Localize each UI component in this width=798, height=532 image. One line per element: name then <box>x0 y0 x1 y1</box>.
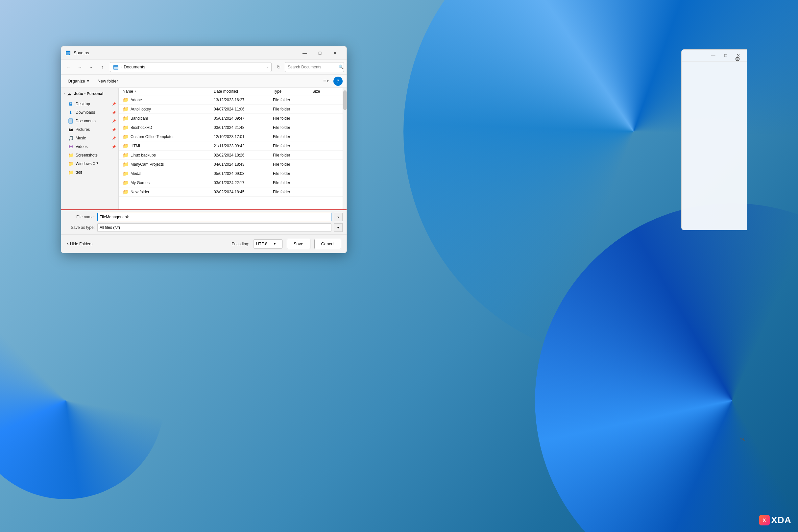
column-type[interactable]: Type <box>273 89 312 94</box>
forward-button[interactable]: → <box>75 62 85 72</box>
address-bar-icon <box>113 64 119 70</box>
sidebar-header[interactable]: › ☁ João - Personal <box>61 89 118 98</box>
folder-icon: 📁 <box>122 106 129 112</box>
sidebar-item-downloads[interactable]: ⬇ Downloads 📌 <box>61 108 118 117</box>
sidebar-pictures-label: Pictures <box>76 127 110 132</box>
navigation-toolbar: ← → ⌄ ↑ › Documents ⌄ ↻ 🔍 <box>61 59 346 75</box>
sort-arrow: ∧ <box>134 90 137 93</box>
view-dropdown-icon: ▾ <box>327 79 329 83</box>
organize-button[interactable]: Organize ▼ <box>65 77 92 85</box>
table-row[interactable]: 📁 Medal 05/01/2024 09:03 File folder <box>119 169 343 178</box>
cancel-button[interactable]: Cancel <box>314 239 341 249</box>
file-name: ManyCam Projects <box>131 162 214 167</box>
sidebar-downloads-label: Downloads <box>76 110 110 115</box>
file-date: 05/01/2024 09:03 <box>214 171 273 176</box>
new-folder-button[interactable]: New folder <box>95 77 121 85</box>
table-row[interactable]: 📁 Custom Office Templates 12/10/2023 17:… <box>119 132 343 141</box>
filename-input[interactable] <box>97 213 331 221</box>
search-icon[interactable]: 🔍 <box>338 64 344 69</box>
search-bar[interactable]: 🔍 <box>285 62 344 72</box>
table-row[interactable]: 📁 Linux backups 02/02/2024 18:26 File fo… <box>119 151 343 160</box>
sidebar-item-windows-xp[interactable]: 📁 Windows XP <box>61 159 118 168</box>
file-type: File folder <box>273 116 312 121</box>
search-input[interactable] <box>288 65 337 69</box>
table-row[interactable]: 📁 HTML 21/11/2023 09:42 File folder <box>119 141 343 151</box>
column-size[interactable]: Size <box>312 89 339 94</box>
folder-icon: 📁 <box>122 171 129 176</box>
table-row[interactable]: 📁 AutoHotkey 04/07/2024 11:06 File folde… <box>119 104 343 114</box>
file-type: File folder <box>273 190 312 194</box>
bg-maximize-btn[interactable]: □ <box>720 51 732 60</box>
dialog-bottom: File name: ▾ Save as type: All files (*.… <box>61 209 346 234</box>
filetype-row: Save as type: All files (*.*) ▾ <box>65 223 343 232</box>
address-dropdown-icon[interactable]: ⌄ <box>266 65 269 69</box>
save-button[interactable]: Save <box>287 239 310 249</box>
file-type: File folder <box>273 153 312 157</box>
sidebar-item-desktop[interactable]: 🖥 Desktop 📌 <box>61 100 118 108</box>
sidebar-item-screenshots[interactable]: 📁 Screenshots <box>61 151 118 159</box>
xda-logo: X XDA <box>759 515 792 526</box>
folder-icon: 📁 <box>122 97 129 103</box>
file-type: File folder <box>273 125 312 130</box>
utf8-label: f-8 <box>740 437 745 441</box>
table-row[interactable]: 📁 Bandicam 05/01/2024 09:47 File folder <box>119 114 343 123</box>
up-button[interactable]: ↑ <box>97 62 107 72</box>
svg-rect-2 <box>66 53 70 54</box>
sidebar-item-test[interactable]: 📁 test <box>61 168 118 176</box>
filename-dropdown-button[interactable]: ▾ <box>334 213 343 221</box>
file-list-header: Name ∧ Date modified Type Size <box>119 88 343 95</box>
filetype-dropdown-button[interactable]: ▾ <box>334 223 343 232</box>
folder-icon: 📁 <box>122 115 129 121</box>
folder-icon: 📁 <box>122 152 129 158</box>
sidebar-item-documents[interactable]: Documents 📌 <box>61 117 118 125</box>
sidebar-desktop-label: Desktop <box>76 101 110 106</box>
folder-icon: 📁 <box>122 189 129 195</box>
sidebar-item-music[interactable]: 🎵 Music 📌 <box>61 134 118 142</box>
filetype-select[interactable]: All files (*.*) <box>97 223 331 232</box>
file-list: Name ∧ Date modified Type Size 📁 Adobe 1… <box>119 88 343 209</box>
file-name: New folder <box>131 190 214 194</box>
file-name: Custom Office Templates <box>131 134 214 139</box>
file-type: File folder <box>273 171 312 176</box>
sidebar-pictures-pin: 📌 <box>112 128 116 132</box>
table-row[interactable]: 📁 My Games 03/01/2024 22:17 File folder <box>119 178 343 187</box>
dialog-title: Save as <box>74 50 297 55</box>
svg-rect-1 <box>66 52 70 53</box>
refresh-button[interactable]: ↻ <box>274 62 283 72</box>
organize-label: Organize <box>68 79 85 83</box>
file-date: 12/10/2023 17:01 <box>214 134 273 139</box>
back-button[interactable]: ← <box>64 62 74 72</box>
sidebar-header-label: João - Personal <box>74 91 103 96</box>
table-row[interactable]: 📁 BioshockHD 03/01/2024 21:48 File folde… <box>119 123 343 132</box>
maximize-button[interactable]: □ <box>312 48 327 58</box>
sidebar-documents-pin: 📌 <box>112 119 116 123</box>
file-name: My Games <box>131 180 214 185</box>
sidebar: › ☁ João - Personal 🖥 Desktop 📌 ⬇ Downlo… <box>61 88 119 209</box>
sidebar-item-videos[interactable]: 🎞 Videos 📌 <box>61 142 118 151</box>
minimize-button[interactable]: — <box>297 48 312 58</box>
folder-icon: 📁 <box>122 125 129 131</box>
svg-rect-3 <box>66 54 69 55</box>
hide-folders-button[interactable]: ∧ Hide Folders <box>66 242 92 246</box>
column-date[interactable]: Date modified <box>214 89 273 94</box>
svg-rect-10 <box>69 121 72 121</box>
bg-minimize-btn[interactable]: — <box>707 51 719 60</box>
column-name[interactable]: Name ∧ <box>122 89 214 94</box>
file-type: File folder <box>273 180 312 185</box>
encoding-select[interactable]: UTF-8 ▾ <box>253 240 283 249</box>
view-button[interactable]: ≡ ▾ <box>321 77 331 86</box>
table-row[interactable]: 📁 Adobe 13/12/2023 16:27 File folder <box>119 95 343 104</box>
address-bar[interactable]: › Documents ⌄ <box>110 62 271 72</box>
settings-gear-icon[interactable]: ⚙ <box>732 53 743 65</box>
dropdown-button[interactable]: ⌄ <box>86 62 96 72</box>
table-row[interactable]: 📁 ManyCam Projects 04/01/2024 18:43 File… <box>119 160 343 169</box>
sidebar-item-pictures[interactable]: 🏔 Pictures 📌 <box>61 125 118 134</box>
file-type: File folder <box>273 107 312 112</box>
table-row[interactable]: 📁 New folder 02/02/2024 18:45 File folde… <box>119 187 343 197</box>
help-button[interactable]: ? <box>334 77 343 86</box>
close-button[interactable]: ✕ <box>327 48 343 58</box>
filetype-label: Save as type: <box>65 225 95 230</box>
address-text: Documents <box>124 64 264 69</box>
address-chevron: › <box>121 65 122 69</box>
scrollbar[interactable] <box>343 88 346 209</box>
